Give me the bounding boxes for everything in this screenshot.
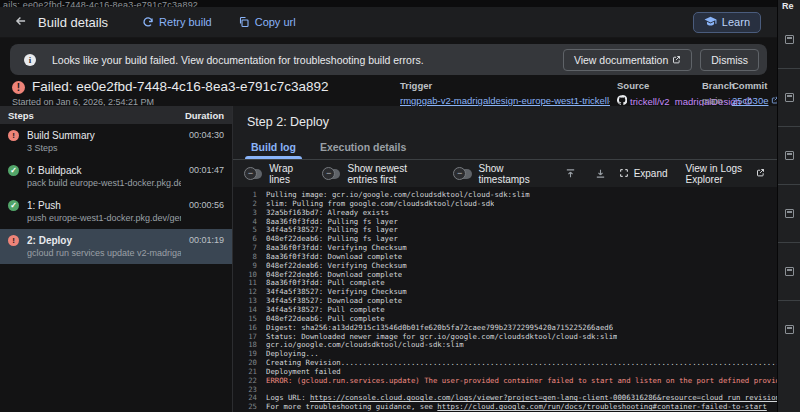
timestamps-label: Show timestamps [479,163,544,185]
step-row[interactable]: !2: Deploygcloud run services update v2-… [0,229,232,264]
log-toolbar: − Wrap lines − Show newest entries first… [233,160,777,187]
log-line-text: 32a5bf163bd7: Already exists [266,209,389,218]
step-title: 0: Buildpack [27,164,181,177]
log-line-text: ERROR: (gcloud.run.services.update) The … [266,377,777,386]
log-line: 6048ef22deab6: Pulling fs layer [233,235,777,244]
step-panel-title: Step 2: Deploy [233,106,777,137]
expand-button[interactable]: Expand [619,168,668,180]
log-tabs: Build log Execution details [233,137,777,160]
timestamps-toggle[interactable]: − [454,169,471,179]
duration-column-header: Duration [185,110,224,121]
log-line: 19Deploying... [233,350,777,359]
steps-list-header: Steps Duration [0,106,232,124]
log-line: 21Deployment failed [233,368,777,377]
log-line-text: 048ef22deab6: Pulling fs layer [266,235,398,244]
branch-label: Branch [702,80,735,91]
log-link[interactable]: https://cloud.google.com/run/docs/troubl… [437,403,766,411]
info-icon: i [24,54,36,66]
log-line-text: 34f4a5f38527: Verifying Checksum [266,288,407,297]
scroll-to-bottom-icon[interactable] [595,168,606,179]
back-arrow-icon[interactable] [14,14,28,31]
log-line: 2slim: Pulling from google.com/cloudsdkt… [233,200,777,209]
log-line: 88aa36f0f3fdd: Download complete [233,253,777,262]
panel-icon[interactable] [785,93,794,102]
log-line-text: 34f4a5f38527: Download complete [266,297,402,306]
wrap-lines-label: Wrap lines [269,163,308,185]
build-status-title: Failed: ee0e2fbd-7448-4c16-8ea3-e791c7c3… [32,79,328,94]
log-line: 16Digest: sha256:a13dd2915c13546d0b01fe6… [233,324,777,333]
app-bar: Build details Retry build Copy url Learn [0,7,777,38]
clipped-window-title: ails: ee0e2fbd-7448-4c16-8ea3-e791c7c3a8… [0,0,777,7]
log-line: 23 [233,386,777,395]
copy-url-button[interactable]: Copy url [238,16,296,28]
branch-value: main [702,95,735,106]
scroll-to-top-icon[interactable] [565,168,576,179]
error-icon: ! [8,235,19,246]
success-icon: ✓ [8,200,19,211]
step-duration: 00:04:30 [189,129,224,154]
log-line-number: 25 [233,403,257,412]
log-line-text: slim: Pulling from google.com/cloudsdkto… [266,200,494,209]
build-header: ! Failed: ee0e2fbd-7448-4c16-8ea3-e791c7… [0,80,777,106]
learn-button[interactable]: Learn [693,12,761,33]
tab-execution-details[interactable]: Execution details [308,137,418,159]
log-line-text: 34f4a5f38527: Pull complete [266,306,385,315]
log-line-text: 8aa36f0f3fdd: Pulling fs layer [266,218,398,227]
wrap-lines-toggle[interactable]: − [245,169,262,179]
copy-icon [238,16,250,28]
log-lines: 1Pulling image: gcr.io/google.com/clouds… [233,191,777,412]
trigger-link[interactable]: rmgpgab-v2-madrigaldesign-europe-west1-t… [400,95,610,106]
step-title: Build Summary [27,129,181,142]
step-row[interactable]: !Build Summary3 Steps00:04:30 [0,124,232,159]
newest-first-toggle[interactable]: − [323,169,340,179]
view-in-logs-explorer-link[interactable]: View in Logs Explorer [686,163,765,185]
build-log-viewer[interactable]: 1Pulling image: gcr.io/google.com/clouds… [233,187,777,412]
step-subtitle: push europe-west1-docker.pkg.dev/gen-lan… [27,212,181,224]
page-title: Build details [38,15,108,30]
log-line: 1334f4a5f38527: Download complete [233,297,777,306]
log-line: 332a5bf163bd7: Already exists [233,209,777,218]
build-failed-banner: i Looks like your build failed. View doc… [10,44,767,75]
step-row[interactable]: ✓1: Pushpush europe-west1-docker.pkg.dev… [0,194,232,229]
panel-icon[interactable] [785,35,794,44]
log-line-text: Deployment failed [266,368,341,377]
external-link-icon [672,54,681,66]
steps-column-header: Steps [8,110,34,121]
log-line-text: Deploying... [266,350,319,359]
trigger-label: Trigger [400,80,610,91]
log-line: 15048ef22deab6: Pull complete [233,315,777,324]
panel-icon[interactable] [785,209,794,218]
log-line-text: Digest: sha256:a13dd2915c13546d0b01fe620… [266,324,613,333]
success-icon: ✓ [8,165,19,176]
panel-icon[interactable] [785,325,794,334]
log-line: 10048ef22deab6: Download complete [233,271,777,280]
log-line-text: 8aa36f0f3fdd: Verifying Checksum [266,244,407,253]
log-line-text: Pulling image: gcr.io/google.com/cloudsd… [266,191,530,200]
retry-build-button[interactable]: Retry build [142,16,212,28]
log-line-text: 34f4a5f38527: Pulling fs layer [266,226,398,235]
log-line: 534f4a5f38527: Pulling fs layer [233,226,777,235]
log-link[interactable]: https://console.cloud.google.com/logs/vi… [310,394,777,402]
commit-link[interactable]: 25cb30e [732,95,768,106]
steps-list: !Build Summary3 Steps00:04:30✓0: Buildpa… [0,124,232,264]
graduation-cap-icon [704,16,717,29]
log-line-text: Status: Downloaded newer image for gcr.i… [266,333,617,342]
log-line: 1234f4a5f38527: Verifying Checksum [233,288,777,297]
panel-icon[interactable] [785,267,794,276]
step-subtitle: 3 Steps [27,142,181,154]
expand-icon [619,168,629,180]
panel-icon[interactable] [785,151,794,160]
log-line: 18gcr.io/google.com/cloudsdktool/cloud-s… [233,341,777,350]
newest-first-label: Show newest entries first [347,163,439,185]
dismiss-button[interactable]: Dismiss [700,49,759,71]
view-documentation-button[interactable]: View documentation [563,49,692,71]
log-line: 48aa36f0f3fdd: Pulling fs layer [233,218,777,227]
error-icon: ! [8,130,19,141]
external-link-icon [756,168,765,179]
log-line-text: Creating Revision.......................… [266,359,777,368]
log-line: 25For more troubleshooting guidance, see… [233,403,777,412]
log-line-text: gcr.io/google.com/cloudsdktool/cloud-sdk… [266,341,464,350]
step-row[interactable]: ✓0: Buildpackpack build europe-west1-doc… [0,159,232,194]
tab-build-log[interactable]: Build log [239,137,308,159]
step-duration: 00:00:56 [189,199,224,224]
